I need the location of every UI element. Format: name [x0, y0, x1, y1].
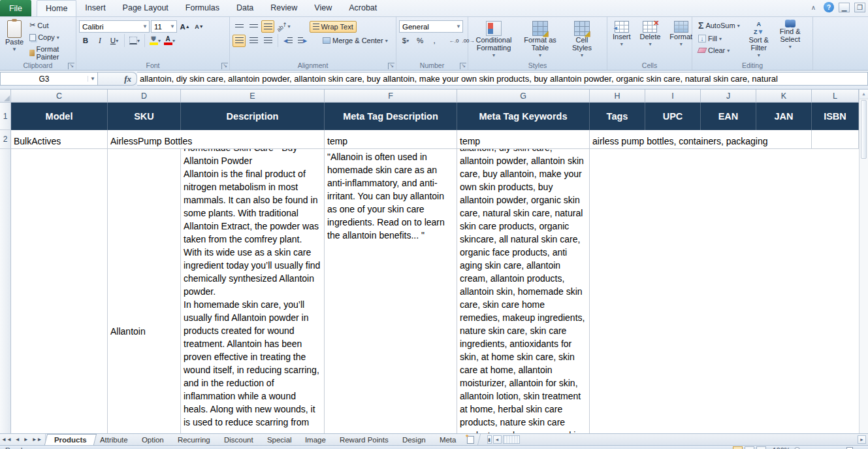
sheet-tab-attribute[interactable]: Attribute [91, 434, 138, 445]
cell-h1[interactable]: Tags [590, 103, 645, 130]
alignment-dialog-launcher[interactable]: ↘ [388, 63, 394, 69]
file-tab[interactable]: File [0, 0, 31, 16]
borders-button[interactable]: ▾ [128, 35, 141, 47]
hscroll-right-icon[interactable]: ► [858, 435, 866, 444]
find-select-button[interactable]: Find & Select▾ [775, 18, 806, 61]
cut-button[interactable]: ✂Cut [26, 19, 74, 31]
cell-g1[interactable]: Meta Tag Keywords [457, 103, 590, 130]
first-sheet-icon[interactable]: ◄◄ [1, 437, 12, 442]
paste-button[interactable]: Paste▼ [3, 19, 26, 63]
number-format-combo[interactable]: General▼ [399, 20, 463, 33]
tab-home[interactable]: Home [37, 0, 76, 16]
percent-style-button[interactable]: % [413, 35, 426, 47]
cell-g3[interactable]: allantoin, diy skin care, allantoin powd… [457, 149, 590, 433]
fill-color-button[interactable]: ⛊▾ [148, 35, 161, 47]
column-header-h[interactable]: H [590, 90, 645, 103]
hscroll-left-icon[interactable]: ◄ [493, 435, 502, 444]
column-header-j[interactable]: J [701, 90, 756, 103]
comma-style-button[interactable]: , [428, 35, 441, 47]
cell-d1[interactable]: SKU [108, 103, 181, 130]
shrink-font-button[interactable]: A▼ [193, 20, 206, 33]
align-right-button[interactable] [261, 35, 274, 47]
normal-view-icon[interactable] [733, 446, 743, 449]
underline-button[interactable]: U▾ [108, 35, 121, 47]
column-header-c[interactable]: C [11, 90, 108, 103]
name-box[interactable]: G3 ▼ [0, 72, 98, 86]
cell-c2[interactable]: BulkActives [11, 130, 108, 149]
copy-button[interactable]: Copy ▾ [26, 31, 74, 43]
tab-acrobat[interactable]: Acrobat [340, 0, 385, 16]
cell-c1[interactable]: Model [11, 103, 108, 130]
cell-l1[interactable]: ISBN [812, 103, 859, 130]
sheet-tab-option[interactable]: Option [133, 434, 174, 445]
cell-d3[interactable]: Allantoin [108, 149, 181, 433]
formula-input[interactable]: allantoin, diy skin care, allantoin powd… [137, 72, 868, 86]
cell-c3[interactable] [11, 149, 108, 433]
column-header-e[interactable]: E [181, 90, 325, 103]
cell-f2[interactable]: temp [325, 130, 457, 149]
clipboard-dialog-launcher[interactable]: ↘ [68, 63, 74, 69]
tab-page-layout[interactable]: Page Layout [114, 0, 177, 16]
font-name-combo[interactable]: Calibri▼ [79, 20, 150, 33]
orientation-button[interactable]: ab↗▾ [276, 20, 291, 33]
cell-j1[interactable]: EAN [701, 103, 756, 130]
cell-f3[interactable]: "Allanoin is often used in homemade skin… [325, 149, 457, 433]
row-header-1[interactable]: 1 [0, 103, 11, 130]
tab-view[interactable]: View [306, 0, 340, 16]
increase-decimal-button[interactable]: ←.0 [447, 35, 460, 47]
horizontal-scroll-thumb[interactable] [503, 435, 520, 444]
cell-e2[interactable] [181, 130, 325, 149]
vertical-scrollbar[interactable]: ▲ [859, 90, 868, 433]
conditional-formatting-button[interactable]: Conditional Formatting▾ [471, 20, 517, 61]
fill-button[interactable]: ↓Fill▾ [695, 33, 743, 44]
page-break-view-icon[interactable] [756, 446, 766, 449]
cell-i1[interactable]: UPC [645, 103, 701, 130]
autosum-button[interactable]: ΣAutoSum▾ [695, 18, 743, 33]
column-header-g[interactable]: G [457, 90, 590, 103]
tab-review[interactable]: Review [262, 0, 306, 16]
font-size-combo[interactable]: 11▼ [151, 20, 177, 33]
cell-h2[interactable]: airless pump bottles, containers, packag… [590, 130, 812, 149]
cell-k1[interactable]: JAN [756, 103, 812, 130]
cell-e3[interactable]: Homemade Skin Care - Buy Allantoin Powde… [181, 149, 325, 433]
cell-e1[interactable]: Description [181, 103, 325, 130]
delete-cells-button[interactable]: Delete▾ [637, 20, 664, 61]
select-all-corner[interactable] [0, 90, 11, 103]
clear-button[interactable]: Clear▾ [695, 44, 743, 56]
bottom-align-button[interactable] [261, 20, 274, 33]
cell-styles-button[interactable]: Cell Styles▾ [564, 20, 600, 61]
tab-formulas[interactable]: Formulas [177, 0, 228, 16]
sheet-tab-special[interactable]: Special [258, 434, 302, 445]
prev-sheet-icon[interactable]: ◄ [15, 437, 20, 442]
format-painter-button[interactable]: Format Painter [26, 43, 74, 63]
format-as-table-button[interactable]: Format as Table▾ [519, 20, 561, 61]
grow-font-button[interactable]: A▲ [178, 20, 191, 33]
insert-cells-button[interactable]: Insert▾ [610, 20, 634, 61]
insert-function-button[interactable]: fx [98, 72, 137, 86]
tab-split-handle[interactable]: ▮ [487, 435, 492, 444]
decrease-indent-button[interactable]: ◀ [281, 35, 295, 47]
sheet-tab-reward-points[interactable]: Reward Points [330, 434, 398, 445]
last-sheet-icon[interactable]: ►► [32, 437, 42, 442]
cell-f1[interactable]: Meta Tag Description [325, 103, 457, 130]
accounting-format-button[interactable]: $▾ [399, 35, 412, 47]
align-center-button[interactable] [247, 35, 260, 47]
column-header-k[interactable]: K [756, 90, 812, 103]
middle-align-button[interactable] [247, 20, 260, 33]
sheet-tab-products[interactable]: Products [44, 434, 96, 445]
window-minimize-icon[interactable]: ▁ [839, 3, 850, 12]
window-restore-icon[interactable]: ❐ [854, 3, 865, 12]
next-sheet-icon[interactable]: ► [24, 437, 29, 442]
tab-data[interactable]: Data [228, 0, 262, 16]
font-dialog-launcher[interactable]: ↘ [221, 63, 228, 69]
minimize-ribbon-icon[interactable]: ∧ [808, 3, 819, 12]
column-header-l[interactable]: L [812, 90, 859, 103]
bold-button[interactable]: B [79, 35, 92, 47]
page-layout-view-icon[interactable] [745, 446, 754, 449]
cell-d2[interactable]: AirlessPump Bottles [108, 130, 181, 149]
column-header-f[interactable]: F [325, 90, 457, 103]
row-header-2[interactable]: 2 [0, 130, 11, 149]
sheet-tab-discount[interactable]: Discount [215, 434, 263, 445]
insert-worksheet-tab[interactable] [460, 434, 480, 445]
number-dialog-launcher[interactable]: ↘ [460, 63, 466, 69]
